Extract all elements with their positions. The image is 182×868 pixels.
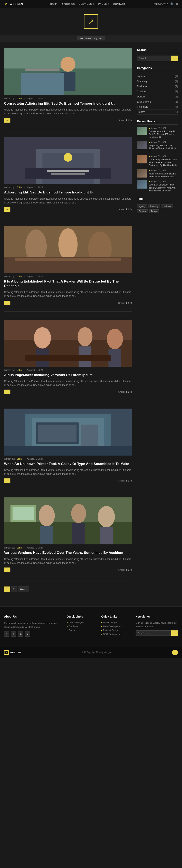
newsletter-email-input[interactable] <box>135 630 171 636</box>
twitter-share-6[interactable]: t <box>128 568 129 571</box>
twitter-share-4[interactable]: t <box>128 391 129 393</box>
newsletter-submit-btn[interactable]: → <box>171 630 178 636</box>
nav-contact[interactable]: CONTACT <box>113 3 125 5</box>
post-title-5[interactable]: When An Unknown Printer Took A Galley Of… <box>4 462 132 466</box>
read-more-btn-5[interactable]: → <box>4 478 10 483</box>
category-business-name[interactable]: Business <box>137 85 147 88</box>
facebook-share-2[interactable]: f <box>126 208 127 211</box>
footer-newsletter: Newsletter Sign up to reegin weekly news… <box>135 615 178 637</box>
calendar-icon-3: ● <box>149 155 150 157</box>
facebook-share-1[interactable]: f <box>126 119 127 122</box>
recent-post-title-1[interactable]: Consectetur Adipiscing Elit, Sed Do Eius… <box>149 130 178 139</box>
category-trendy-name[interactable]: Trendy <box>137 111 145 113</box>
read-more-btn-4[interactable]: → <box>4 390 10 394</box>
tag-agency[interactable]: agency <box>137 205 147 208</box>
footer-link-web-development[interactable]: Web Development <box>101 625 129 627</box>
share-label-1: Share: <box>118 119 125 122</box>
social-twitter-icon[interactable]: t <box>11 631 17 637</box>
post-title-4[interactable]: Aldus PageMaker Including Versions Of Lo… <box>4 373 132 377</box>
sidebar-search-input[interactable] <box>137 56 171 61</box>
tag-branding[interactable]: Branding <box>148 205 160 208</box>
category-trendy-count: (2) <box>175 111 178 113</box>
linkedin-share-6[interactable]: in <box>130 568 132 571</box>
post-title-6[interactable]: Various Versions Have Evolved Over The Y… <box>4 551 132 555</box>
header-menu-icon[interactable]: ≡ <box>176 2 178 6</box>
read-more-btn-6[interactable]: → <box>4 567 10 572</box>
recent-post-title-4[interactable]: Aldus PageMaker Including Versions Of Lo… <box>149 172 178 178</box>
footer-quick-links-1-title: Quick Links <box>67 615 95 618</box>
twitter-share-1[interactable]: t <box>128 119 129 122</box>
twitter-share-5[interactable]: t <box>128 479 129 482</box>
footer-link-product-design[interactable]: Product Design <box>101 629 129 631</box>
category-agency-name[interactable]: agency <box>137 75 145 78</box>
tag-design[interactable]: Design <box>149 209 159 213</box>
linkedin-share-2[interactable]: in <box>130 208 132 211</box>
footer-link-seo-optimization[interactable]: SEO Optimization <box>101 633 129 635</box>
page-btn-1[interactable]: 1 <box>4 587 10 592</box>
svg-rect-33 <box>81 425 98 446</box>
facebook-share-4[interactable]: f <box>126 391 127 393</box>
page-btn-next[interactable]: Next » <box>18 587 29 592</box>
footer-link-about-webgen[interactable]: About Webgen <box>67 621 95 624</box>
sidebar-search-btn[interactable]: → <box>171 56 178 61</box>
social-linkedin-icon[interactable]: in <box>18 631 23 637</box>
category-branding: Branding (1) <box>137 79 178 84</box>
social-facebook-icon[interactable]: f <box>4 631 9 637</box>
nav-services[interactable]: SERVICES ▾ <box>79 3 94 5</box>
share-label-6: Share: <box>118 568 125 571</box>
svg-point-41 <box>71 504 86 523</box>
calendar-icon-4: ● <box>149 169 150 172</box>
recent-post-item-1: ● August 31, 2024 Consectetur Adipiscing… <box>137 127 178 139</box>
share-label-2: Share: <box>118 208 125 211</box>
newsletter-form: → <box>135 630 178 636</box>
category-environment-name[interactable]: Environment <box>137 100 151 103</box>
category-design-name[interactable]: Design <box>137 95 145 98</box>
blog-post-6: Written by: John • August 31, 2024 Vario… <box>4 497 132 578</box>
nav-pages[interactable]: PAGES ▾ <box>98 3 109 5</box>
linkedin-share-1[interactable]: in <box>130 119 132 122</box>
post-title-1[interactable]: Consectetur Adipiscing Elit, Sed Do Eius… <box>4 101 132 106</box>
footer-link-contact-us[interactable]: Contact <box>67 629 95 631</box>
header-search-icon[interactable]: 🔍 <box>170 2 174 5</box>
tag-creative[interactable]: Creative <box>137 209 148 213</box>
svg-point-21 <box>34 327 51 348</box>
category-business-count: (2) <box>175 85 178 88</box>
linkedin-share-4[interactable]: in <box>130 391 132 393</box>
category-creative-name[interactable]: Creative <box>137 90 146 93</box>
twitter-share-3[interactable]: t <box>128 302 129 304</box>
category-financials-name[interactable]: Financials <box>137 105 148 108</box>
post-title-3[interactable]: It Is A Long Established Fact That A Rea… <box>4 279 132 288</box>
svg-point-15 <box>59 228 78 260</box>
facebook-share-6[interactable]: f <box>126 568 127 571</box>
facebook-share-5[interactable]: f <box>126 479 127 482</box>
svg-point-23 <box>78 327 92 346</box>
nav-home[interactable]: HOME <box>50 3 58 5</box>
post-image-4 <box>4 320 132 367</box>
recent-post-title-5[interactable]: When An Unknown Printer Took A Galley Of… <box>149 183 178 192</box>
facebook-share-3[interactable]: f <box>126 302 127 304</box>
read-more-btn-1[interactable]: → <box>4 118 10 123</box>
footer-link-uiux-design[interactable]: UI/UX Design <box>101 621 129 624</box>
category-branding-name[interactable]: Branding <box>137 80 147 83</box>
read-more-btn-3[interactable]: → <box>4 301 10 305</box>
read-more-btn-2[interactable]: → <box>4 207 10 212</box>
twitter-share-2[interactable]: t <box>128 208 129 211</box>
social-youtube-icon[interactable]: ▶ <box>25 631 30 637</box>
post-author-3: John <box>17 275 22 278</box>
recent-post-title-3[interactable]: It Is A Long Established Fact That A Rea… <box>149 158 178 167</box>
header-right: +208-555-0112 🔍 ≡ <box>153 2 178 6</box>
recent-post-title-2[interactable]: Adipiscing Elit, Sed Do Eiusmod Tempor I… <box>149 144 178 153</box>
page-btn-2[interactable]: 2 <box>11 587 17 592</box>
linkedin-share-3[interactable]: in <box>130 302 132 304</box>
footer-social: f t in ▶ <box>4 631 61 637</box>
svg-rect-40 <box>40 526 53 545</box>
post-meta-4: Written by: John • August 31, 2024 <box>4 369 132 371</box>
linkedin-share-5[interactable]: in <box>130 479 132 482</box>
tag-business[interactable]: business <box>161 205 173 208</box>
footer-link-our-blog[interactable]: Our Blog <box>67 625 95 627</box>
nav-about[interactable]: ABOUT US <box>62 3 75 5</box>
post-title-2[interactable]: Adipiscing Elit, Sed Do Eiusmod Tempor I… <box>4 190 132 195</box>
scroll-to-top-btn[interactable]: ↑ <box>172 650 178 655</box>
post-date-1: August 31, 2024 <box>27 97 43 100</box>
footer-quick-links-1: Quick Links About Webgen Our Blog Contac… <box>67 615 95 637</box>
